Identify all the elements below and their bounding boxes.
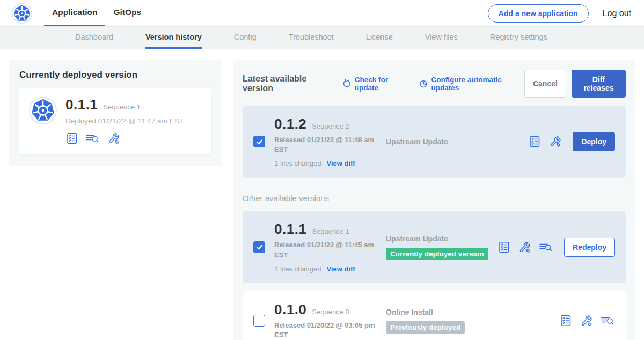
- preflight-checklist-icon[interactable]: [65, 132, 78, 145]
- wrench-gear-icon[interactable]: [518, 241, 531, 254]
- deployed-timestamp: Deployed 01/21/22 @ 11:47 am EST: [65, 117, 184, 125]
- wrench-gear-icon[interactable]: [548, 135, 562, 148]
- configure-automatic-updates-link[interactable]: Configure automatic updates: [419, 76, 524, 92]
- released-timestamp: Released 01/21/22 @ 11:48 am EST: [274, 135, 379, 154]
- preflight-checklist-icon[interactable]: [497, 241, 510, 254]
- tab-gitops[interactable]: GitOps: [105, 0, 149, 26]
- files-changed-label: 1 files changed: [274, 159, 321, 167]
- checkmark-icon: [256, 138, 263, 145]
- tab-application[interactable]: Application: [44, 0, 105, 26]
- auto-update-clock-icon: [419, 79, 428, 88]
- subnav-tab-view-files[interactable]: View files: [425, 27, 458, 49]
- subnav-tab-dashboard[interactable]: Dashboard: [75, 27, 113, 49]
- wrench-gear-icon[interactable]: [107, 132, 120, 145]
- sequence-label: Sequence 0: [312, 308, 349, 316]
- diff-releases-button[interactable]: Diff releases: [572, 70, 626, 98]
- version-number: 0.1.2: [274, 116, 306, 132]
- logs-search-icon[interactable]: [601, 314, 615, 327]
- version-checkbox[interactable]: [253, 315, 265, 327]
- sequence-label: Sequence 1: [312, 227, 349, 235]
- currently-deployed-title: Currently deployed version: [19, 70, 211, 80]
- app-subnav: Dashboard Version history Config Trouble…: [0, 27, 644, 49]
- redeploy-button[interactable]: Redeploy: [564, 238, 615, 257]
- deploy-button[interactable]: Deploy: [573, 132, 615, 151]
- currently-deployed-card: Currently deployed version 0.1.1 Sequenc…: [9, 60, 222, 166]
- add-application-button[interactable]: Add a new application: [488, 4, 589, 23]
- sequence-label: Sequence 2: [312, 122, 349, 130]
- version-number: 0.1.0: [274, 301, 306, 318]
- check-for-update-link[interactable]: Check for update: [342, 76, 409, 92]
- subnav-tab-version-history[interactable]: Version history: [145, 27, 202, 49]
- version-row-0-1-0: 0.1.0 Sequence 0 Released 01/20/22 @ 03:…: [243, 291, 626, 340]
- currently-deployed-badge: Currently deployed version: [386, 248, 488, 260]
- other-versions-title: Other available versions: [243, 194, 626, 203]
- subnav-tab-troubleshoot[interactable]: Troubleshoot: [289, 27, 334, 49]
- deployed-version-number: 0.1.1: [65, 97, 98, 113]
- top-nav: Application GitOps Add a new application…: [0, 0, 644, 27]
- logs-search-icon[interactable]: [85, 132, 100, 145]
- latest-available-title: Latest available version: [243, 74, 333, 93]
- deployed-sequence-label: Sequence 1: [103, 103, 140, 111]
- view-diff-link[interactable]: View diff: [326, 265, 355, 273]
- released-timestamp: Released 01/21/22 @ 11:45 am EST: [274, 240, 379, 260]
- version-checkbox[interactable]: [253, 241, 265, 253]
- version-source-label: Online Install: [386, 308, 559, 316]
- preflight-checklist-icon[interactable]: [559, 314, 572, 327]
- version-source-label: Upstream Update: [386, 234, 497, 243]
- wrench-eye-icon[interactable]: [580, 314, 593, 327]
- preflight-checklist-icon[interactable]: [528, 135, 541, 148]
- logout-button[interactable]: Log out: [603, 9, 631, 18]
- logs-search-icon[interactable]: [539, 241, 553, 254]
- released-timestamp: Released 01/20/22 @ 03:05 pm EST: [274, 321, 379, 340]
- subnav-tab-registry-settings[interactable]: Registry settings: [490, 27, 547, 49]
- version-row-0-1-1: 0.1.1 Sequence 1 Released 01/21/22 @ 11:…: [243, 211, 626, 283]
- kubernetes-logo: [29, 97, 57, 124]
- view-diff-link[interactable]: View diff: [326, 159, 355, 167]
- version-checkbox[interactable]: [253, 136, 265, 147]
- cancel-button[interactable]: Cancel: [524, 70, 566, 98]
- app-logo: [12, 0, 32, 26]
- checkmark-icon: [256, 243, 263, 250]
- version-number: 0.1.1: [274, 221, 306, 238]
- version-row-0-1-2: 0.1.2 Sequence 2 Released 01/21/22 @ 11:…: [243, 106, 626, 178]
- subnav-tab-config[interactable]: Config: [234, 27, 257, 49]
- refresh-icon: [342, 79, 352, 88]
- version-source-label: Upstream Update: [386, 137, 528, 146]
- subnav-tab-license[interactable]: License: [366, 27, 393, 49]
- kubernetes-logo: [12, 3, 32, 24]
- deployed-version-card: 0.1.1 Sequence 1 Deployed 01/21/22 @ 11:…: [19, 88, 211, 154]
- previously-deployed-badge: Previously deployed: [386, 321, 465, 334]
- files-changed-label: 1 files changed: [274, 265, 321, 273]
- available-versions-card: Latest available version Check for updat…: [233, 60, 635, 340]
